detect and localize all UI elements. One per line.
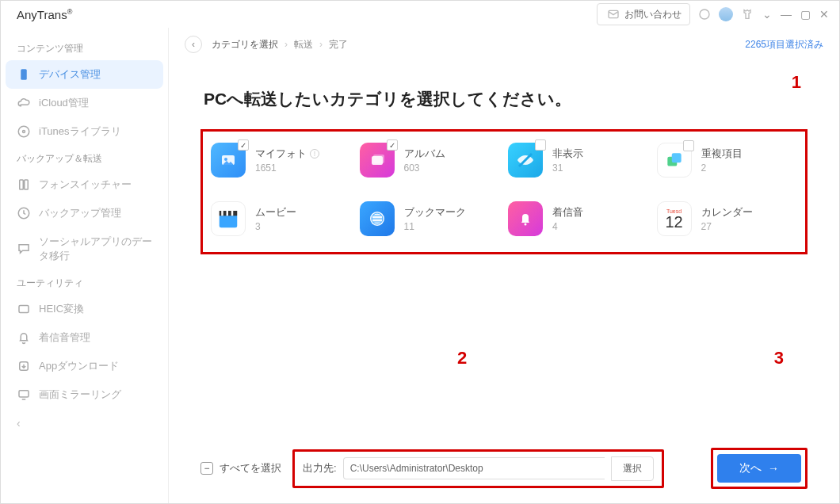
sidebar-item-label: フォンスイッチャー <box>39 178 132 192</box>
output-destination-group: 出力先: 選択 <box>292 449 664 488</box>
breadcrumb-step2: 転送 <box>294 38 313 52</box>
checkbox-icon[interactable]: ✓ <box>683 140 694 151</box>
download-icon <box>17 359 31 373</box>
browse-button[interactable]: 選択 <box>611 456 654 481</box>
collapse-sidebar-button[interactable]: ‹ <box>6 409 163 437</box>
sidebar-item-social[interactable]: ソーシャルアプリのデータ移行 <box>6 227 163 270</box>
sidebar-item-label: iTunesライブラリ <box>39 124 121 139</box>
svg-rect-14 <box>373 155 384 163</box>
sidebar-item-appdl[interactable]: Appダウンロード <box>6 352 163 380</box>
breadcrumb-sep: › <box>284 39 288 50</box>
sidebar-item-icloud[interactable]: iCloud管理 <box>6 89 163 117</box>
checkbox-icon[interactable]: ✓ <box>535 139 546 151</box>
category-label: アルバム <box>404 147 445 161</box>
category-count: 4 <box>552 221 583 232</box>
ringtone-icon <box>508 201 543 236</box>
sidebar-item-device[interactable]: デバイス管理 <box>6 60 163 89</box>
sidebar-item-heic[interactable]: HEIC変換 <box>6 295 163 323</box>
movie-icon <box>211 201 246 236</box>
svg-rect-18 <box>220 215 238 227</box>
sidebar: コンテンツ管理 デバイス管理 iCloud管理 iTunesライブラリ バックア… <box>1 28 169 503</box>
registered-mark: ® <box>67 8 73 16</box>
checkbox-indeterminate-icon: − <box>200 462 213 475</box>
svg-rect-21 <box>227 211 229 216</box>
chat-icon <box>17 242 31 256</box>
sidebar-group-content: コンテンツ管理 <box>6 36 163 60</box>
category-label: 着信音 <box>552 205 583 220</box>
category-bookmarks[interactable]: ブックマーク 11 <box>360 201 501 236</box>
checkbox-icon[interactable]: ✓ <box>387 139 398 151</box>
category-label: カレンダー <box>701 205 753 220</box>
category-count: 3 <box>255 221 296 232</box>
checkbox-icon[interactable]: ✓ <box>238 139 249 151</box>
close-button[interactable]: ✕ <box>817 8 831 21</box>
history-icon <box>17 206 31 220</box>
switch-icon <box>17 178 31 192</box>
category-my-photos[interactable]: ✓ マイフォト! 1651 <box>211 143 352 178</box>
arrow-right-icon: → <box>768 462 779 475</box>
sidebar-item-mirror[interactable]: 画面ミラーリング <box>6 380 163 409</box>
bell-icon[interactable] <box>697 6 712 22</box>
category-grid: ✓ マイフォト! 1651 ✓ アルバム 603 <box>200 129 808 254</box>
annotation-2: 2 <box>457 348 467 368</box>
page-title: PCへ転送したいカテゴリを選択してください。 <box>204 88 808 110</box>
sidebar-item-itunes[interactable]: iTunesライブラリ <box>6 117 163 146</box>
sidebar-group-backup: バックアップ＆転送 <box>6 146 163 170</box>
category-label: ムービー <box>255 205 296 220</box>
heic-icon <box>17 302 31 316</box>
category-albums[interactable]: ✓ アルバム 603 <box>360 143 501 178</box>
select-all-checkbox[interactable]: − すべてを選択 <box>200 461 281 475</box>
svg-point-1 <box>700 10 709 19</box>
annotation-3: 3 <box>774 348 784 368</box>
hidden-icon: ✓ <box>508 143 543 178</box>
next-button[interactable]: 次へ → <box>717 454 801 483</box>
sidebar-item-label: 着信音管理 <box>39 330 90 345</box>
minimize-button[interactable]: — <box>779 8 793 21</box>
duplicate-icon: ✓ <box>657 143 692 178</box>
category-calendar[interactable]: Tuesd 12 カレンダー 27 <box>657 201 798 236</box>
breadcrumb-sep: › <box>319 39 323 50</box>
category-duplicates[interactable]: ✓ 重複項目 2 <box>657 143 798 178</box>
category-hidden[interactable]: ✓ 非表示 31 <box>508 143 649 178</box>
category-ringtones[interactable]: 着信音 4 <box>508 201 649 236</box>
contact-button[interactable]: お問い合わせ <box>597 3 690 25</box>
select-all-label: すべてを選択 <box>220 461 281 475</box>
device-icon <box>17 67 31 82</box>
maximize-button[interactable]: ▢ <box>798 8 812 21</box>
next-label: 次へ <box>739 461 762 475</box>
category-count: 603 <box>404 162 445 174</box>
svg-point-4 <box>23 131 25 133</box>
sidebar-item-backupmgr[interactable]: バックアップ管理 <box>6 199 163 227</box>
selected-count: 2265項目選択済み <box>745 38 823 52</box>
dropdown-button[interactable]: ⌄ <box>760 8 774 21</box>
shirt-icon[interactable] <box>739 6 755 22</box>
category-label: 非表示 <box>552 147 583 161</box>
svg-point-12 <box>224 158 227 161</box>
photo-icon: ✓ <box>211 143 246 178</box>
svg-rect-20 <box>221 211 223 216</box>
category-count: 2 <box>701 162 743 174</box>
app-title: AnyTrans® <box>17 8 72 21</box>
next-button-wrapper: 次へ → <box>711 448 808 489</box>
breadcrumb-step3: 完了 <box>329 38 348 52</box>
back-button[interactable]: ‹ <box>185 36 202 53</box>
category-label: ブックマーク <box>404 205 466 220</box>
album-icon: ✓ <box>360 143 395 178</box>
avatar[interactable] <box>719 7 733 21</box>
sidebar-item-phoneswitcher[interactable]: フォンスイッチャー <box>6 170 163 199</box>
category-label: マイフォト <box>255 147 307 161</box>
annotation-1: 1 <box>792 72 801 93</box>
svg-point-24 <box>525 223 527 226</box>
output-path-input[interactable] <box>343 457 605 479</box>
mail-icon <box>605 6 621 22</box>
category-movies[interactable]: ムービー 3 <box>211 201 352 236</box>
svg-rect-5 <box>20 180 24 189</box>
info-icon[interactable]: ! <box>310 149 319 158</box>
calendar-day: 12 <box>665 214 682 230</box>
sidebar-item-label: 画面ミラーリング <box>39 388 121 402</box>
sidebar-item-label: HEIC変換 <box>39 302 84 316</box>
svg-rect-22 <box>231 211 234 216</box>
category-count: 11 <box>404 221 466 232</box>
svg-rect-6 <box>25 180 29 189</box>
sidebar-item-ringtone[interactable]: 着信音管理 <box>6 323 163 352</box>
